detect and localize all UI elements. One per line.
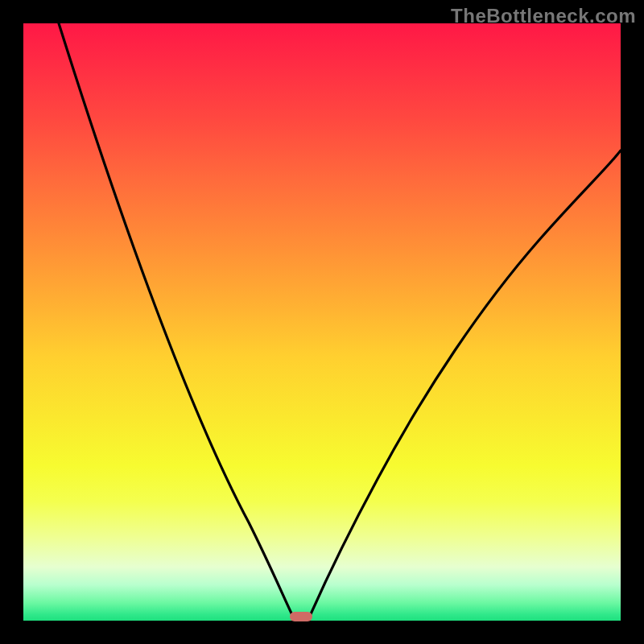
curve-left-branch [59, 23, 292, 615]
plot-area [23, 23, 621, 621]
curve-right-branch [310, 151, 621, 616]
bottleneck-curve [23, 23, 621, 621]
chart-frame: TheBottleneck.com [0, 0, 644, 644]
optimal-point-marker [290, 612, 312, 621]
